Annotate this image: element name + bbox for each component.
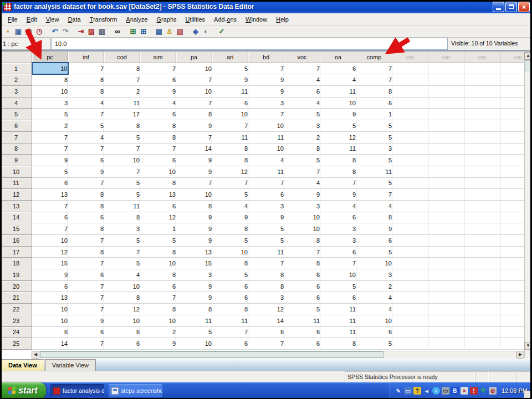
data-cell-empty[interactable] — [428, 258, 464, 269]
data-cell[interactable]: 4 — [284, 177, 320, 189]
data-cell[interactable]: 5 — [68, 120, 104, 132]
row-header-23[interactable]: 23 — [1, 315, 32, 326]
data-cell[interactable]: 7 — [140, 143, 176, 155]
data-cell[interactable]: 11 — [320, 304, 356, 315]
data-cell[interactable]: 8 — [68, 86, 104, 98]
data-cell[interactable]: 7 — [212, 326, 248, 338]
data-cell[interactable]: 10 — [248, 143, 284, 155]
data-cell-empty[interactable] — [428, 292, 464, 304]
data-cell[interactable]: 6 — [104, 338, 140, 350]
data-cell-empty[interactable] — [428, 200, 464, 212]
data-cell-empty[interactable] — [428, 315, 464, 326]
data-cell-empty[interactable] — [464, 246, 500, 258]
grid-corner[interactable] — [1, 52, 32, 63]
menu-edit[interactable]: Edit — [22, 14, 42, 24]
data-cell[interactable]: 4 — [356, 304, 392, 315]
data-cell[interactable]: 7 — [284, 63, 320, 74]
data-cell[interactable]: 6 — [212, 292, 248, 304]
data-cell[interactable]: 8 — [140, 246, 176, 258]
data-cell[interactable]: 6 — [284, 86, 320, 98]
data-cell[interactable]: 8 — [212, 223, 248, 235]
data-cell[interactable]: 8 — [68, 74, 104, 86]
wireless-icon[interactable]: Ψ — [479, 387, 487, 395]
menu-view[interactable]: View — [42, 14, 64, 24]
data-cell-empty[interactable] — [464, 97, 500, 109]
data-cell-empty[interactable] — [428, 143, 464, 155]
data-cell[interactable]: 8 — [284, 258, 320, 269]
data-cell-empty[interactable] — [464, 200, 500, 212]
data-cell[interactable]: 12 — [212, 166, 248, 177]
data-cell-empty[interactable] — [428, 338, 464, 350]
data-cell[interactable]: 7 — [104, 246, 140, 258]
data-cell-empty[interactable] — [428, 155, 464, 166]
data-cell[interactable]: 8 — [68, 200, 104, 212]
data-cell-empty[interactable] — [428, 235, 464, 247]
data-cell[interactable]: 7 — [320, 258, 356, 269]
data-cell-empty[interactable] — [428, 86, 464, 98]
data-cell[interactable]: 3 — [248, 97, 284, 109]
data-cell[interactable]: 6 — [68, 155, 104, 166]
data-cell[interactable]: 8 — [176, 304, 212, 315]
data-cell[interactable]: 9 — [140, 338, 176, 350]
column-header-oa[interactable]: oa — [320, 52, 356, 63]
data-cell-empty[interactable] — [392, 86, 428, 98]
data-cell-empty[interactable] — [464, 280, 500, 292]
data-cell[interactable]: 8 — [212, 304, 248, 315]
data-cell[interactable]: 13 — [32, 189, 68, 201]
data-cell[interactable]: 7 — [248, 258, 284, 269]
column-header-var[interactable]: var — [464, 52, 500, 63]
data-cell[interactable]: 9 — [32, 269, 68, 281]
data-cell[interactable]: 6 — [248, 189, 284, 201]
data-cell[interactable]: 5 — [284, 109, 320, 120]
data-cell-empty[interactable] — [464, 86, 500, 98]
column-header-var[interactable]: var — [392, 52, 428, 63]
data-cell[interactable]: 3 — [284, 200, 320, 212]
stylus-icon[interactable]: ✎ — [395, 387, 402, 395]
data-cell-empty[interactable] — [464, 235, 500, 247]
data-cell[interactable]: 9 — [212, 74, 248, 86]
data-cell[interactable]: 9 — [284, 189, 320, 201]
column-header-var[interactable]: var — [428, 52, 464, 63]
row-header-19[interactable]: 19 — [1, 269, 32, 281]
data-cell[interactable]: 11 — [356, 166, 392, 177]
data-cell[interactable]: 2 — [284, 131, 320, 143]
data-cell-empty[interactable] — [464, 292, 500, 304]
data-cell[interactable]: 4 — [212, 200, 248, 212]
data-cell[interactable]: 3 — [356, 269, 392, 281]
data-cell[interactable]: 15 — [176, 258, 212, 269]
data-cell[interactable]: 11 — [212, 86, 248, 98]
data-cell-empty[interactable] — [392, 315, 428, 326]
data-cell[interactable]: 3 — [356, 143, 392, 155]
data-cell[interactable]: 6 — [104, 326, 140, 338]
data-cell[interactable]: 10 — [32, 304, 68, 315]
data-cell[interactable]: 3 — [248, 292, 284, 304]
row-header-20[interactable]: 20 — [1, 280, 32, 292]
data-cell[interactable]: 3 — [320, 235, 356, 247]
status-icon[interactable]: ⊘ — [489, 387, 497, 395]
data-cell[interactable]: 7 — [248, 338, 284, 350]
data-cell[interactable]: 11 — [104, 97, 140, 109]
dialog-recall-icon[interactable]: ◷ — [34, 27, 44, 37]
undo-icon[interactable]: ↶ — [50, 27, 60, 37]
data-cell[interactable]: 7 — [68, 235, 104, 247]
data-cell-empty[interactable] — [464, 63, 500, 74]
data-cell[interactable]: 10 — [104, 280, 140, 292]
data-cell-empty[interactable] — [392, 246, 428, 258]
data-cell[interactable]: 10 — [104, 155, 140, 166]
data-cell-empty[interactable] — [428, 97, 464, 109]
save-file-icon[interactable]: ▣ — [13, 27, 23, 37]
horizontal-scroll-thumb[interactable] — [40, 351, 383, 358]
data-cell-empty[interactable] — [464, 212, 500, 223]
taskbar-button-spss[interactable]: factor analysis d... — [50, 384, 104, 397]
data-cell[interactable]: 7 — [32, 200, 68, 212]
data-cell-empty[interactable] — [392, 258, 428, 269]
data-cell[interactable]: 8 — [356, 86, 392, 98]
data-cell[interactable]: 9 — [176, 235, 212, 247]
data-cell[interactable]: 8 — [140, 120, 176, 132]
data-cell[interactable]: 6 — [284, 269, 320, 281]
data-cell[interactable]: 5 — [284, 155, 320, 166]
data-cell[interactable]: 7 — [248, 63, 284, 74]
data-cell[interactable]: 3 — [248, 200, 284, 212]
data-cell-empty[interactable] — [392, 177, 428, 189]
data-cell[interactable]: 5 — [356, 177, 392, 189]
